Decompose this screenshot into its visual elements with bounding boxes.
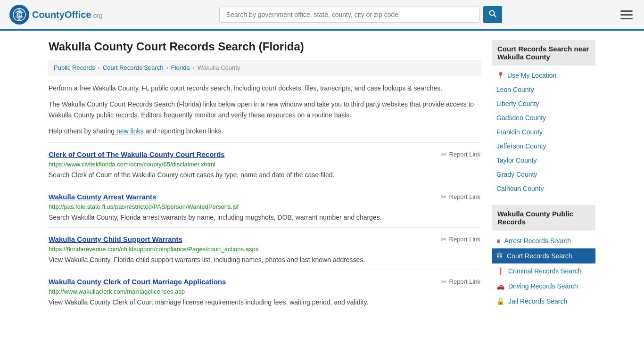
logo-county: County <box>32 9 65 20</box>
court-records-link[interactable]: Court Records Search <box>507 252 572 260</box>
sidebar-item-liberty[interactable]: Liberty County <box>492 97 595 111</box>
sidebar-court-records[interactable]: 🏛 Court Records Search <box>492 248 595 263</box>
sidebar-use-location[interactable]: 📍 Use My Location <box>492 68 595 82</box>
result-header-1: Clerk of Court of The Wakulla County Cou… <box>49 150 480 159</box>
criminal-records-link[interactable]: Criminal Records Search <box>508 267 582 275</box>
result-header-3: Wakulla County Child Support Warrants ✂ … <box>49 235 480 244</box>
svg-point-4 <box>489 11 494 16</box>
result-desc-1: Search Clerk of Court of the Wakulla Cou… <box>49 170 480 180</box>
report-icon-1: ✂ <box>441 150 447 159</box>
breadcrumb-public-records[interactable]: Public Records <box>54 64 95 71</box>
result-item-3: Wakulla County Child Support Warrants ✂ … <box>49 227 480 270</box>
sidebar-jail-records[interactable]: 🔒 Jail Records Search <box>492 294 595 309</box>
result-url-2: http://pas.fdle.state.fl.us/pas/restrict… <box>49 203 480 210</box>
sidebar-nearby-section: Court Records Search near Wakulla County… <box>492 40 595 196</box>
report-label-2: Report Link <box>449 193 480 200</box>
criminal-records-icon: ❗ <box>496 267 504 275</box>
report-link-1[interactable]: ✂ Report Link <box>441 150 480 159</box>
logo-office: Office <box>65 9 91 20</box>
court-records-icon: 🏛 <box>496 252 503 260</box>
description-3: Help others by sharing new links and rep… <box>49 126 480 136</box>
result-header-4: Wakulla County Clerk of Court Marriage A… <box>49 278 480 286</box>
description-1: Perform a free Wakulla County, FL public… <box>49 83 480 93</box>
driving-records-icon: 🚗 <box>496 282 504 290</box>
report-label-1: Report Link <box>449 151 480 158</box>
result-title-4[interactable]: Wakulla County Clerk of Court Marriage A… <box>49 278 226 286</box>
breadcrumb-florida[interactable]: Florida <box>171 64 190 71</box>
jail-records-icon: 🔒 <box>496 297 504 305</box>
desc3-post: and reporting broken links. <box>144 127 223 135</box>
result-title-3[interactable]: Wakulla County Child Support Warrants <box>49 235 182 243</box>
result-desc-4: View Wakulla County Clerk of Court marri… <box>49 297 480 307</box>
report-icon-4: ✂ <box>441 278 447 286</box>
desc3-pre: Help others by sharing <box>49 127 116 135</box>
result-title-1[interactable]: Clerk of Court of The Wakulla County Cou… <box>49 150 225 158</box>
sidebar-item-franklin[interactable]: Franklin County <box>492 125 595 139</box>
menu-line-1 <box>620 10 633 12</box>
grady-county-link[interactable]: Grady County <box>496 171 537 178</box>
jefferson-county-link[interactable]: Jefferson County <box>496 142 546 150</box>
logo-text: CountyOffice.org <box>32 9 103 20</box>
hamburger-menu-button[interactable] <box>619 8 635 21</box>
logo-icon: C <box>9 5 29 25</box>
main-container: Wakulla County Court Records Search (Flo… <box>39 31 605 328</box>
search-icon <box>489 10 496 17</box>
use-location-label: Use My Location <box>507 72 556 79</box>
sidebar-criminal-records[interactable]: ❗ Criminal Records Search <box>492 263 595 279</box>
result-header-2: Wakulla County Arrest Warrants ✂ Report … <box>49 193 480 201</box>
new-links-link[interactable]: new links <box>116 127 144 135</box>
taylor-county-link[interactable]: Taylor County <box>496 156 537 164</box>
breadcrumb: Public Records › Court Records Search › … <box>49 60 480 75</box>
result-url-1: https://www.civitekflorida.com/ocrs/coun… <box>49 161 480 168</box>
sidebar: Court Records Search near Wakulla County… <box>492 40 595 318</box>
sidebar-arrest-records[interactable]: ■ Arrest Records Search <box>492 233 595 248</box>
sidebar-public-records-section: Wakulla County Public Records ■ Arrest R… <box>492 205 595 309</box>
sidebar-item-taylor[interactable]: Taylor County <box>492 153 595 167</box>
liberty-county-link[interactable]: Liberty County <box>496 100 539 107</box>
logo-area: C CountyOffice.org <box>9 5 103 25</box>
breadcrumb-court-records[interactable]: Court Records Search <box>103 64 164 71</box>
result-item-2: Wakulla County Arrest Warrants ✂ Report … <box>49 185 480 227</box>
logo-org: .org <box>91 12 103 19</box>
sidebar-item-calhoun[interactable]: Calhoun County <box>492 181 595 196</box>
sidebar-item-jefferson[interactable]: Jefferson County <box>492 139 595 153</box>
leon-county-link[interactable]: Leon County <box>496 86 534 93</box>
svg-line-5 <box>494 15 496 17</box>
result-url-4: http://www.wakullaclerk.com/marriagelice… <box>49 288 480 295</box>
franklin-county-link[interactable]: Franklin County <box>496 128 543 136</box>
result-url-3: https://floridarevenue.com/childsupport/… <box>49 246 480 253</box>
menu-line-2 <box>620 14 633 16</box>
calhoun-county-link[interactable]: Calhoun County <box>496 185 544 192</box>
report-icon-3: ✂ <box>441 235 447 244</box>
sidebar-item-gadsden[interactable]: Gadsden County <box>492 111 595 125</box>
report-link-3[interactable]: ✂ Report Link <box>441 235 480 244</box>
report-label-4: Report Link <box>449 278 480 285</box>
jail-records-link[interactable]: Jail Records Search <box>508 297 567 305</box>
description-2: The Wakulla County Court Records Search … <box>49 99 480 120</box>
report-link-2[interactable]: ✂ Report Link <box>441 193 480 201</box>
report-label-3: Report Link <box>449 236 480 243</box>
content-area: Wakulla County Court Records Search (Flo… <box>49 40 480 318</box>
search-button[interactable] <box>483 6 502 23</box>
breadcrumb-current: Wakulla County <box>198 64 240 71</box>
page-title: Wakulla County Court Records Search (Flo… <box>49 40 480 53</box>
search-area <box>219 6 502 23</box>
search-input[interactable] <box>219 7 479 23</box>
gadsden-county-link[interactable]: Gadsden County <box>496 114 546 122</box>
arrest-records-link[interactable]: Arrest Records Search <box>504 237 571 245</box>
result-title-2[interactable]: Wakulla County Arrest Warrants <box>49 193 156 201</box>
menu-line-3 <box>620 18 633 19</box>
sidebar-item-grady[interactable]: Grady County <box>492 167 595 181</box>
breadcrumb-sep-2: › <box>166 64 168 71</box>
sidebar-driving-records[interactable]: 🚗 Driving Records Search <box>492 279 595 294</box>
sidebar-item-leon[interactable]: Leon County <box>492 82 595 97</box>
breadcrumb-sep-3: › <box>193 64 195 71</box>
result-desc-3: View Wakulla County, Florida child suppo… <box>49 255 480 265</box>
driving-records-link[interactable]: Driving Records Search <box>508 282 578 290</box>
sidebar-public-records-title: Wakulla County Public Records <box>492 205 595 230</box>
result-item-4: Wakulla County Clerk of Court Marriage A… <box>49 270 480 312</box>
sidebar-nearby-title: Court Records Search near Wakulla County <box>492 40 595 66</box>
header: C CountyOffice.org <box>0 0 644 31</box>
report-link-4[interactable]: ✂ Report Link <box>441 278 480 286</box>
report-icon-2: ✂ <box>441 193 447 201</box>
